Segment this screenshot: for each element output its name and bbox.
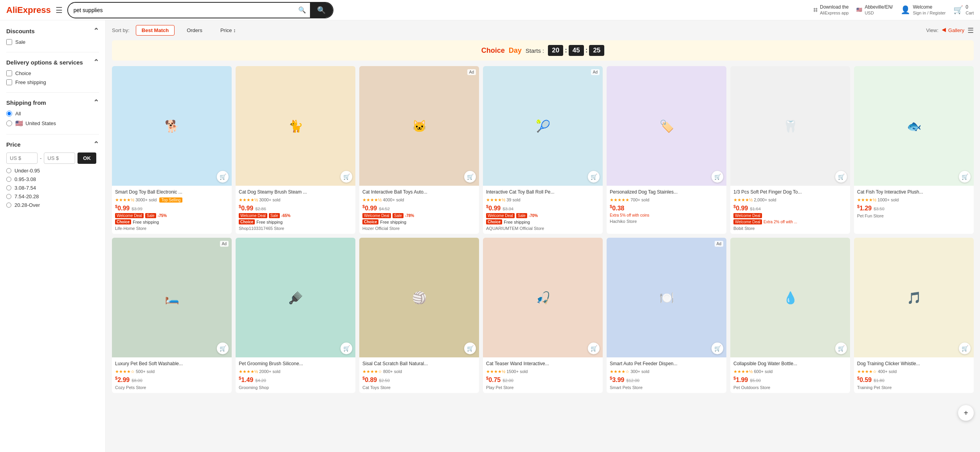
add-to-cart-button[interactable]: 🛒 xyxy=(712,343,723,354)
search-input[interactable] xyxy=(68,4,294,16)
price-range-under-0.95[interactable]: Under-0.95 xyxy=(6,168,99,174)
add-to-cart-button[interactable]: 🛒 xyxy=(217,343,229,354)
discount-badge: -78% xyxy=(405,213,414,218)
product-card[interactable]: 🐕 🛒 Smart Dog Toy Ball Electronic ... ★★… xyxy=(112,66,232,234)
choice-option[interactable]: Choice xyxy=(6,70,99,76)
add-to-cart-button[interactable]: 🛒 xyxy=(464,343,476,354)
add-to-cart-button[interactable]: 🛒 xyxy=(712,171,723,183)
stars-icon: ★★★★½ xyxy=(115,197,134,203)
price-range-0.95-3.08[interactable]: 0.95-3.08 xyxy=(6,176,99,182)
free-shipping-text: Free shipping xyxy=(504,220,530,224)
sale-option[interactable]: Sale xyxy=(6,39,99,45)
price-title[interactable]: Price ⌃ xyxy=(6,140,99,149)
product-image: 🛏️ Ad 🛒 xyxy=(112,238,232,357)
old-price: $4.20 xyxy=(255,378,266,383)
price-row: $3.99 $12.00 xyxy=(610,376,723,384)
list-view-button[interactable]: ☰ xyxy=(967,26,974,35)
all-shipping-option[interactable]: All xyxy=(6,111,99,117)
product-card[interactable]: 🐟 🛒 Cat Fish Toy Interactive Plush... ★★… xyxy=(854,66,974,234)
sort-price-button[interactable]: Price ↕ xyxy=(214,25,242,36)
price-range-radio[interactable] xyxy=(6,185,11,190)
search-button[interactable]: 🔍 xyxy=(310,3,333,18)
sort-label: Sort by: xyxy=(112,27,130,33)
product-card[interactable]: 🏷️ 🛒 Personalized Dog Tag Stainles... ★★… xyxy=(607,66,726,234)
sort-best-match-button[interactable]: Best Match xyxy=(136,25,175,36)
choice-checkbox[interactable] xyxy=(6,70,12,76)
product-image: 🏐 🛒 xyxy=(359,238,479,357)
product-card[interactable]: 🎣 🛒 Cat Teaser Wand Interactive... ★★★★½… xyxy=(483,238,603,393)
product-card[interactable]: 🪮 🛒 Pet Grooming Brush Silicone... ★★★★½… xyxy=(236,238,355,393)
free-shipping-option[interactable]: Free shipping xyxy=(6,79,99,85)
product-title: Luxury Pet Bed Soft Washable... xyxy=(115,361,229,367)
add-to-cart-button[interactable]: 🛒 xyxy=(340,343,352,354)
add-to-cart-button[interactable]: 🛒 xyxy=(959,171,971,183)
add-to-cart-button[interactable]: 🛒 xyxy=(588,171,600,183)
sidebar: Discounts ⌃ Sale Delivery options & serv… xyxy=(0,20,106,452)
price-ranges: Under-0.95 0.95-3.08 3.08-7.54 7.54-20.2… xyxy=(6,168,99,208)
price-range-radio[interactable] xyxy=(6,177,11,182)
cart-button[interactable]: 🛒 0 Cart xyxy=(953,4,974,16)
new-price: $1.99 xyxy=(733,376,748,384)
locale-selector[interactable]: 🇺🇸 Abbeville/EN/ USD xyxy=(856,4,893,16)
us-label: 🇺🇸 United States xyxy=(15,120,56,127)
product-card[interactable]: 🎾 Ad 🛒 Interactive Cat Toy Ball Roll Pe.… xyxy=(483,66,603,234)
product-card[interactable]: 🛏️ Ad 🛒 Luxury Pet Bed Soft Washable... … xyxy=(112,238,232,393)
add-to-cart-button[interactable]: 🛒 xyxy=(340,171,352,183)
old-price: $3.99 xyxy=(132,206,142,211)
price-range-radio[interactable] xyxy=(6,203,11,208)
user-menu[interactable]: 👤 Welcome Sign in / Register xyxy=(901,4,946,16)
sold-count: 4000+ sold xyxy=(383,197,404,202)
add-to-cart-button[interactable]: 🛒 xyxy=(217,171,229,183)
stars-icon: ★★★★½ xyxy=(486,197,505,203)
price-range-label: 0.95-3.08 xyxy=(14,176,36,182)
product-card[interactable]: 🐈 🛒 Cat Dog Steamy Brush Steam ... ★★★★½… xyxy=(236,66,355,234)
free-shipping-text: Free shipping xyxy=(133,220,159,224)
product-title: Personalized Dog Tag Stainles... xyxy=(610,189,723,196)
price-range-label: 7.54-20.28 xyxy=(14,194,39,199)
add-to-cart-button[interactable]: 🛒 xyxy=(464,171,476,183)
all-radio[interactable] xyxy=(6,111,12,117)
price-to-input[interactable] xyxy=(44,152,75,164)
add-to-cart-button[interactable]: 🛒 xyxy=(835,343,847,354)
gallery-view-button[interactable]: ⯇ Gallery xyxy=(942,27,964,33)
price-range-radio[interactable] xyxy=(6,194,11,199)
product-image: 💧 🛒 xyxy=(730,238,850,357)
add-to-cart-button[interactable]: 🛒 xyxy=(835,171,847,183)
discounts-title[interactable]: Discounts ⌃ xyxy=(6,27,99,35)
price-range-7.54-20.28[interactable]: 7.54-20.28 xyxy=(6,194,99,199)
product-title: Dog Training Clicker Whistle... xyxy=(857,361,971,367)
price-range-label: 3.08-7.54 xyxy=(14,185,36,191)
product-card[interactable]: 🍽️ Ad 🛒 Smart Auto Pet Feeder Dispen... … xyxy=(607,238,726,393)
product-card[interactable]: 🐱 Ad 🛒 Cat Interactive Ball Toys Auto...… xyxy=(359,66,479,234)
delivery-title[interactable]: Delivery options & services ⌃ xyxy=(6,58,99,66)
product-card[interactable]: 🦷 🛒 1/3 Pcs Soft Pet Finger Dog To... ★★… xyxy=(730,66,850,234)
price-range-20.28-over[interactable]: 20.28-Over xyxy=(6,202,99,208)
product-title: Cat Fish Toy Interactive Plush... xyxy=(857,189,971,196)
price-range-radio[interactable] xyxy=(6,168,11,173)
us-shipping-option[interactable]: 🇺🇸 United States xyxy=(6,120,99,127)
sort-orders-button[interactable]: Orders xyxy=(181,25,208,36)
price-from-input[interactable] xyxy=(6,152,38,164)
product-title: Smart Auto Pet Feeder Dispen... xyxy=(610,361,723,367)
float-scroll-button[interactable]: + xyxy=(958,405,974,421)
add-to-cart-button[interactable]: 🛒 xyxy=(959,343,971,354)
price-range-3.08-7.54[interactable]: 3.08-7.54 xyxy=(6,185,99,191)
us-radio[interactable] xyxy=(6,120,12,126)
menu-icon[interactable]: ☰ xyxy=(56,5,63,15)
add-to-cart-button[interactable]: 🛒 xyxy=(588,343,600,354)
free-shipping-text: Free shipping xyxy=(256,220,283,224)
price-ok-button[interactable]: OK xyxy=(77,152,96,164)
product-card[interactable]: 🏐 🛒 Sisal Cat Scratch Ball Natural... ★★… xyxy=(359,238,479,393)
welcome-deal-badge: Welcome Deal xyxy=(733,213,762,218)
free-shipping-checkbox[interactable] xyxy=(6,79,12,85)
download-app-button[interactable]: ⌗ Download the AliExpress app xyxy=(813,4,848,16)
product-card[interactable]: 💧 🛒 Collapsible Dog Water Bottle... ★★★★… xyxy=(730,238,850,393)
sale-checkbox[interactable] xyxy=(6,39,12,45)
product-rating: ★★★★☆ 400+ sold xyxy=(857,369,971,374)
product-card[interactable]: 🎵 🛒 Dog Training Clicker Whistle... ★★★★… xyxy=(854,238,974,393)
shipping-from-title[interactable]: Shipping from ⌃ xyxy=(6,98,99,107)
camera-search-icon[interactable]: 🔍 xyxy=(294,4,310,16)
logo[interactable]: AliExpress xyxy=(6,5,51,15)
stars-icon: ★★★★★ xyxy=(610,197,629,203)
new-price: $0.59 xyxy=(857,376,872,384)
